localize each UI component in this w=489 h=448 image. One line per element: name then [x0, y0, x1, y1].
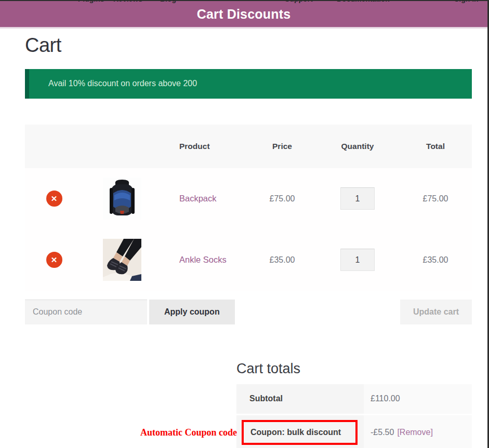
quantity-column-header: Quantity: [316, 142, 399, 151]
total-column-header: Total: [399, 142, 472, 151]
remove-item-button[interactable]: ✕: [46, 252, 62, 268]
nav-fragment: Blog: [160, 1, 176, 3]
nav-fragment: Support: [285, 1, 313, 3]
coupon-discount-value: -£5.50: [371, 428, 394, 437]
nav-fragment: Documentation: [337, 1, 390, 3]
masthead: Cart Discounts: [0, 1, 487, 27]
nav-fragment: Sign in: [454, 1, 479, 3]
clipped-top-navigation: Plugins Reviews Blog Support Documentati…: [0, 1, 487, 4]
price-column-header: Price: [248, 142, 316, 151]
coupon-row: Coupon: bulk discount -£5.50 [Remove]: [236, 414, 472, 448]
product-column-header: Product: [161, 142, 248, 151]
apply-coupon-button[interactable]: Apply coupon: [149, 300, 235, 324]
cart-totals-title: Cart totals: [236, 361, 472, 377]
nav-fragment: Plugins: [78, 1, 104, 3]
product-image-backpack[interactable]: [103, 178, 141, 220]
item-total: £75.00: [423, 194, 448, 203]
nav-fragment: Reviews: [113, 1, 142, 3]
quantity-input[interactable]: [340, 187, 375, 210]
page-title: Cart: [25, 34, 472, 58]
remove-x-icon: ✕: [51, 191, 58, 207]
coupon-code-input[interactable]: [25, 300, 147, 324]
coupon-label: Coupon: bulk discount: [250, 428, 341, 437]
cart-actions-bar: Apply coupon Update cart: [25, 300, 472, 324]
cart-row-backpack: ✕: [25, 168, 472, 229]
discount-banner-text: Avail 10% discount on orders above 200: [48, 79, 197, 88]
annotation-text: Automatic Coupon code: [127, 427, 237, 438]
remove-coupon-link[interactable]: [Remove]: [397, 428, 432, 437]
quantity-input[interactable]: [340, 249, 375, 271]
product-link[interactable]: Backpack: [179, 194, 217, 203]
remove-item-button[interactable]: ✕: [46, 191, 62, 207]
subtotal-row: Subtotal £110.00: [236, 384, 472, 414]
item-price: £75.00: [270, 194, 295, 203]
item-price: £35.00: [270, 255, 295, 265]
update-cart-button[interactable]: Update cart: [400, 300, 472, 324]
subtotal-label: Subtotal: [236, 384, 364, 414]
discount-banner: Avail 10% discount on orders above 200: [25, 69, 472, 99]
cart-table-header: Product Price Quantity Total: [25, 125, 472, 168]
masthead-divider: [0, 27, 487, 29]
subtotal-value: £110.00: [371, 394, 400, 403]
browser-page: Plugins Reviews Blog Support Documentati…: [0, 0, 489, 448]
item-total: £35.00: [423, 255, 448, 265]
masthead-title: Cart Discounts: [197, 7, 291, 22]
remove-x-icon: ✕: [51, 252, 58, 268]
product-link[interactable]: Ankle Socks: [179, 255, 227, 265]
cart-row-ankle-socks: ✕: [25, 229, 472, 291]
product-image-ankle-socks[interactable]: [103, 239, 141, 281]
cart-totals-section: Cart totals Subtotal £110.00 Coupon: bul…: [236, 361, 472, 448]
cart-table: Product Price Quantity Total ✕: [25, 125, 472, 291]
annotation-highlight-box: Coupon: bulk discount: [242, 420, 358, 445]
